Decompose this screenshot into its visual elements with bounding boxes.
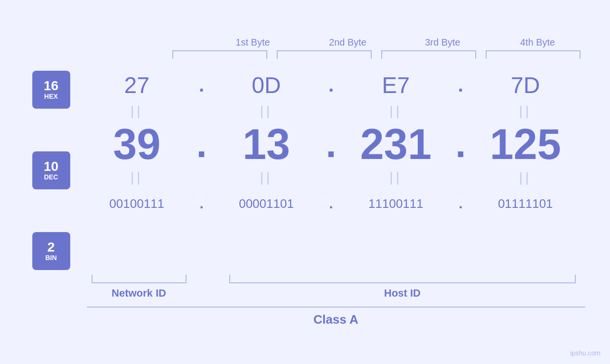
dec-byte2: 13	[219, 120, 314, 169]
byte4-header: 4th Byte	[490, 37, 585, 48]
host-id-section: Host ID	[220, 275, 585, 299]
hex-byte2: 0D	[219, 72, 314, 98]
hex-dot3: .	[453, 75, 468, 94]
byte-brackets	[87, 50, 585, 59]
dec-label: DEC	[44, 173, 58, 181]
byte1-bracket	[172, 50, 267, 59]
bin-row: 00100111 . 00001101 . 11100111 . 0111110…	[84, 187, 578, 220]
sep1-byte2: ||	[219, 103, 314, 119]
bracket-labels: Network ID Host ID	[87, 275, 585, 299]
watermark: ipshu.com	[570, 349, 601, 357]
bin-byte2: 00001101	[219, 196, 314, 211]
dec-dot2: .	[324, 125, 338, 163]
dec-row: 39 . 13 . 231 . 125	[84, 121, 578, 168]
host-id-label: Host ID	[384, 287, 421, 299]
byte-headers: 1st Byte 2nd Byte 3rd Byte 4th Byte	[87, 37, 585, 48]
dec-dot3: .	[453, 125, 468, 163]
sep-row-1: || || || ||	[84, 102, 578, 121]
byte2-header: 2nd Byte	[300, 37, 395, 48]
dec-number: 10	[44, 160, 58, 173]
hex-label: HEX	[44, 93, 58, 100]
hex-byte1: 27	[89, 72, 184, 98]
class-label: Class A	[87, 312, 585, 327]
host-bracket	[229, 275, 576, 283]
byte1-header: 1st Byte	[206, 37, 300, 48]
dec-byte1: 39	[89, 120, 184, 169]
byte3-header: 3rd Byte	[395, 37, 490, 48]
sep1-byte1: ||	[89, 103, 184, 119]
network-id-label: Network ID	[112, 287, 166, 299]
sep1-byte4: ||	[478, 103, 573, 119]
dec-badge: 10 DEC	[32, 151, 70, 189]
bin-number: 2	[47, 241, 55, 254]
byte3-bracket	[381, 50, 476, 59]
sep2-byte3: ||	[348, 170, 443, 185]
base-labels: 16 HEX 10 DEC 2 BIN	[32, 68, 70, 270]
bin-byte1: 00100111	[89, 196, 184, 211]
hex-dot1: .	[195, 75, 209, 94]
byte4-bracket	[486, 50, 581, 59]
hex-dot2: .	[324, 75, 338, 94]
hex-badge: 16 HEX	[32, 71, 70, 109]
dec-byte4: 125	[478, 120, 573, 169]
main-container: 1st Byte 2nd Byte 3rd Byte 4th Byte 16 H…	[0, 0, 610, 364]
bin-dot3: .	[453, 196, 468, 211]
sep2-byte1: ||	[89, 170, 184, 185]
byte2-bracket	[277, 50, 372, 59]
sep-row-2: || || || ||	[84, 168, 578, 187]
class-line	[87, 307, 585, 308]
bin-label: BIN	[45, 254, 56, 261]
dec-dot1: .	[195, 125, 209, 163]
bin-dot2: .	[324, 196, 338, 211]
network-id-section: Network ID	[87, 275, 191, 299]
hex-number: 16	[44, 79, 58, 93]
bin-byte4: 01111101	[478, 196, 573, 211]
class-section: Class A	[87, 307, 585, 327]
hex-byte4: 7D	[478, 72, 573, 98]
bin-dot1: .	[195, 196, 209, 211]
bin-badge: 2 BIN	[32, 232, 70, 270]
sep2-byte2: ||	[219, 170, 314, 185]
sep2-byte4: ||	[478, 170, 573, 185]
hex-byte3: E7	[348, 72, 443, 98]
values-grid: 27 . 0D . E7 . 7D || || || || 39	[84, 68, 578, 270]
hex-row: 27 . 0D . E7 . 7D	[84, 68, 578, 102]
sep1-byte3: ||	[348, 103, 443, 119]
bottom-section: Network ID Host ID	[87, 275, 585, 299]
network-bracket	[92, 275, 187, 283]
dec-byte3: 231	[348, 120, 443, 169]
bin-byte3: 11100111	[348, 196, 443, 211]
